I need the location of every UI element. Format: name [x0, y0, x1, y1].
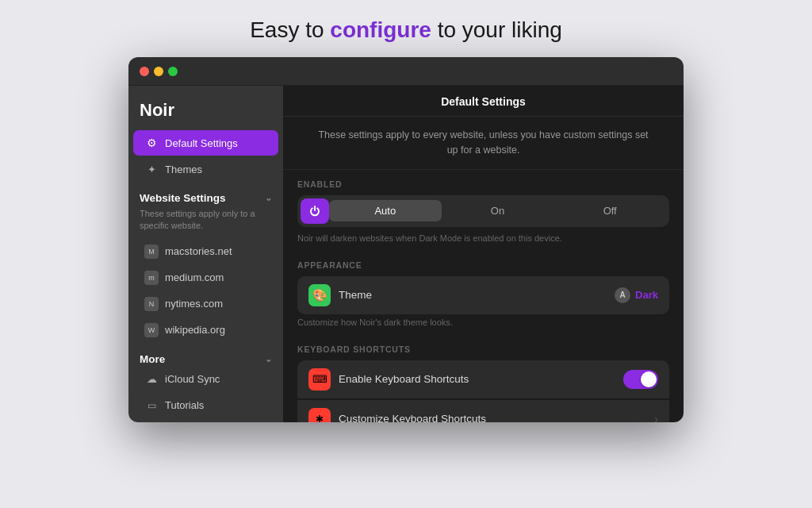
main-panel: Default Settings These settings apply to…: [283, 86, 684, 422]
theme-value: Dark: [635, 289, 658, 301]
title-bar: [128, 57, 684, 86]
power-button[interactable]: [301, 198, 329, 224]
on-option[interactable]: On: [442, 200, 554, 221]
gear-icon: ⚙: [144, 136, 159, 150]
app-title: Noir: [128, 100, 283, 130]
close-button[interactable]: [140, 67, 149, 76]
sidebar-item-default-settings[interactable]: ⚙ Default Settings: [133, 130, 278, 156]
appearance-section-label: APPEARANCE: [283, 251, 684, 276]
theme-right: A Dark: [615, 287, 658, 303]
appearance-hint: Customize how Noir's dark theme looks.: [283, 316, 684, 335]
headline: Easy to configure to your liking: [250, 17, 562, 43]
theme-row[interactable]: 🎨 Theme A Dark: [297, 276, 669, 314]
sidebar-item-label: Default Settings: [165, 137, 238, 149]
sidebar: Noir ⚙ Default Settings ✦ Themes Website…: [128, 86, 283, 422]
more-header: More ⌄: [128, 344, 283, 367]
chevron-right-icon: ›: [654, 413, 658, 423]
app-window: Noir ⚙ Default Settings ✦ Themes Website…: [128, 57, 684, 422]
traffic-lights: [140, 67, 178, 76]
auto-option[interactable]: Auto: [329, 200, 442, 221]
panel-title: Default Settings: [283, 86, 684, 117]
minimize-button[interactable]: [154, 67, 163, 76]
sidebar-item-wikipedia[interactable]: W wikipedia.org: [133, 318, 278, 343]
sidebar-item-nytimes[interactable]: N nytimes.com: [133, 291, 278, 317]
site-icon-wikipedia: W: [144, 323, 159, 337]
cloud-icon: ☁: [144, 372, 159, 387]
book-icon: ▭: [144, 398, 159, 413]
window-body: Noir ⚙ Default Settings ✦ Themes Website…: [128, 86, 684, 422]
site-icon-nytimes: N: [144, 297, 159, 311]
sidebar-item-label: Themes: [165, 164, 202, 175]
sidebar-item-icloud[interactable]: ☁ iCloud Sync: [133, 367, 278, 392]
website-settings-desc: These settings apply only to a specific …: [128, 206, 283, 239]
enable-keyboard-row[interactable]: ⌨ Enable Keyboard Shortcuts: [297, 360, 669, 398]
sidebar-item-medium[interactable]: m medium.com: [133, 265, 278, 291]
chevron-down-icon: ⌄: [265, 193, 272, 203]
site-icon-macstories: M: [144, 244, 159, 259]
customize-icon: ✱: [308, 408, 331, 423]
enabled-toggle-group: Auto On Off: [297, 195, 669, 227]
panel-description: These settings apply to every website, u…: [283, 117, 684, 170]
brush-icon: ✦: [144, 162, 159, 176]
sidebar-item-tutorials[interactable]: ▭ Tutorials: [133, 393, 278, 418]
auto-badge: A: [615, 287, 630, 303]
enabled-section-label: ENABLED: [283, 170, 684, 195]
power-icon: [308, 205, 321, 217]
enabled-hint: Noir will darken websites when Dark Mode…: [283, 232, 684, 251]
keyboard-toggle[interactable]: [623, 370, 658, 389]
site-icon-medium: m: [144, 271, 159, 285]
keyboard-section-label: KEYBOARD SHORTCUTS: [283, 335, 684, 360]
customize-keyboard-label: Customize Keyboard Shortcuts: [339, 413, 646, 422]
website-settings-header: Website Settings ⌄: [128, 183, 283, 206]
customize-keyboard-row[interactable]: ✱ Customize Keyboard Shortcuts ›: [297, 400, 669, 423]
sidebar-item-themes[interactable]: ✦ Themes: [133, 156, 278, 182]
headline-text: Easy to configure to your liking: [250, 17, 562, 42]
keyboard-icon: ⌨: [308, 368, 331, 391]
theme-icon: 🎨: [308, 284, 331, 306]
sidebar-item-macstories[interactable]: M macstories.net: [133, 239, 278, 264]
chevron-down-icon: ⌄: [265, 354, 272, 364]
zoom-button[interactable]: [168, 67, 178, 76]
off-option[interactable]: Off: [553, 200, 666, 221]
sidebar-item-about[interactable]: ⓘ About Noir: [133, 419, 278, 422]
theme-label: Theme: [339, 289, 607, 301]
enable-keyboard-label: Enable Keyboard Shortcuts: [339, 373, 615, 385]
